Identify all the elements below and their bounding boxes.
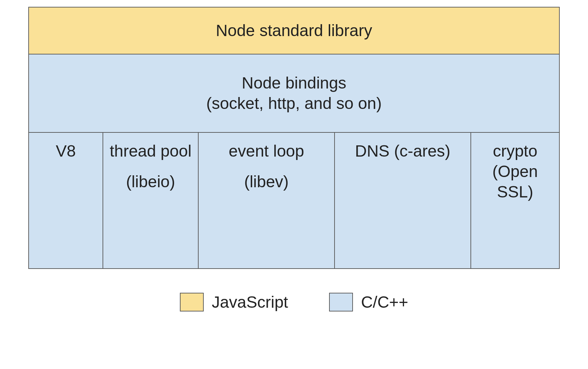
component-event-loop: event loop (libev) [199,133,335,269]
component-event-loop-sub: (libev) [244,172,289,192]
layer-standard-library: Node standard library [28,7,560,54]
component-crypto-title: crypto (Open SSL) [475,141,556,202]
legend-label-c-cpp: C/C++ [361,293,408,311]
legend-item-javascript: JavaScript [180,293,288,311]
component-dns-title: DNS (c-ares) [355,141,450,161]
component-dns: DNS (c-ares) [335,133,471,269]
layer-bindings-title: Node bindings [242,73,346,93]
legend: JavaScript C/C++ [7,293,581,311]
node-architecture-diagram: Node standard library Node bindings (soc… [28,7,560,269]
component-v8-title: V8 [56,141,76,161]
legend-item-c-cpp: C/C++ [329,293,408,311]
component-event-loop-title: event loop [229,141,304,161]
component-thread-pool-sub: (libeio) [126,172,175,192]
component-thread-pool: thread pool (libeio) [103,133,199,269]
legend-swatch-javascript [180,293,204,311]
layer-standard-library-label: Node standard library [216,20,372,41]
component-v8: V8 [28,133,103,269]
legend-label-javascript: JavaScript [212,293,288,311]
component-crypto: crypto (Open SSL) [471,133,560,269]
layer-bindings-subtitle: (socket, http, and so on) [206,93,382,114]
layer-bindings: Node bindings (socket, http, and so on) [28,54,560,133]
legend-swatch-c-cpp [329,293,353,311]
component-thread-pool-title: thread pool [110,141,191,161]
